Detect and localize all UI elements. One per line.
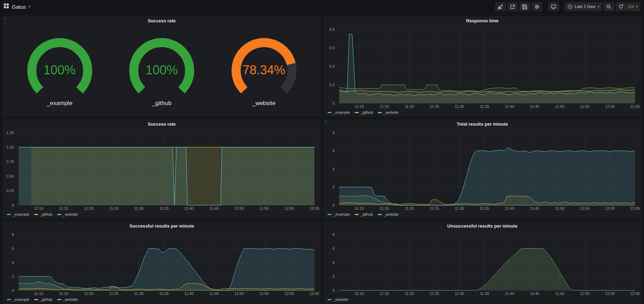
legend-item-github[interactable]: _github <box>355 212 373 216</box>
time-range-picker[interactable]: Last 1 hour ▾ <box>565 2 602 11</box>
svg-text:0.8: 0.8 <box>329 27 335 31</box>
monitor-icon <box>551 4 556 9</box>
svg-text:11:50: 11:50 <box>555 291 564 296</box>
svg-text:6: 6 <box>332 246 335 251</box>
legend-item-example[interactable]: _example <box>328 110 350 114</box>
legend-item-website[interactable]: _website <box>378 212 398 216</box>
svg-text:11:40: 11:40 <box>505 291 514 296</box>
panel-header[interactable]: Response time <box>323 16 641 25</box>
legend-label: _github <box>40 212 52 216</box>
refresh-caret-icon: ▾ <box>636 5 638 8</box>
refresh-button[interactable]: 1m ▾ <box>616 2 641 11</box>
panel-title: Total results per minute <box>457 121 508 127</box>
legend-item-website[interactable]: _website <box>328 297 348 302</box>
legend-item-github[interactable]: _github <box>355 110 373 114</box>
legend-label: _github <box>360 212 373 216</box>
svg-text:11:30: 11:30 <box>455 206 464 210</box>
chart-legend: _example_github_website <box>3 212 321 218</box>
svg-text:4: 4 <box>12 260 14 265</box>
svg-text:11:15: 11:15 <box>59 206 68 210</box>
svg-text:6: 6 <box>12 246 14 251</box>
panel-header[interactable]: Success rate <box>3 119 321 128</box>
settings-button[interactable] <box>532 2 542 11</box>
legend-item-example[interactable]: _example <box>7 212 29 216</box>
save-button[interactable] <box>519 2 530 11</box>
svg-text:12:00: 12:00 <box>284 206 294 210</box>
svg-text:0: 0 <box>332 101 335 105</box>
svg-text:11:15: 11:15 <box>59 291 68 296</box>
svg-text:11:25: 11:25 <box>430 291 439 296</box>
svg-text:12:05: 12:05 <box>630 104 640 109</box>
panel-title: Success rate <box>148 121 176 127</box>
panel-header[interactable]: Success rate <box>3 16 321 25</box>
svg-text:0: 0 <box>12 203 14 207</box>
legend-item-website[interactable]: _website <box>57 297 78 302</box>
svg-text:12:00: 12:00 <box>605 206 615 210</box>
legend-swatch <box>328 299 331 300</box>
dashboard-title[interactable]: Gatus <box>12 4 26 10</box>
panel-response-time: Response time 11:1011:1511:2011:2511:301… <box>323 16 641 117</box>
svg-text:12:00: 12:00 <box>605 104 615 109</box>
legend-label: _website <box>383 110 398 114</box>
tv-mode-button[interactable] <box>548 2 559 11</box>
legend-label: _github <box>360 110 373 114</box>
panel-info-icon[interactable]: i <box>325 120 326 124</box>
legend-item-website[interactable]: _website <box>378 110 398 114</box>
svg-text:11:20: 11:20 <box>84 206 94 210</box>
legend-swatch <box>34 299 38 300</box>
svg-text:6: 6 <box>332 149 335 153</box>
svg-text:11:35: 11:35 <box>480 206 489 210</box>
svg-text:11:10: 11:10 <box>354 104 364 109</box>
gauges-row: 100% _example 100% _github 78.34% _websi… <box>3 25 321 117</box>
svg-text:0.4: 0.4 <box>329 64 335 68</box>
svg-text:11:30: 11:30 <box>455 104 464 109</box>
panel-title: Response time <box>466 18 498 23</box>
svg-text:11:35: 11:35 <box>480 291 489 296</box>
add-panel-button[interactable] <box>495 2 506 11</box>
gauge-value: 78.34% <box>219 63 309 77</box>
panel-header[interactable]: Total results per minute <box>323 119 641 128</box>
legend-item-github[interactable]: _github <box>34 212 52 216</box>
svg-text:0: 0 <box>332 203 335 207</box>
share-icon <box>510 4 515 9</box>
zoom-out-icon <box>606 4 612 9</box>
svg-text:11:35: 11:35 <box>480 104 489 109</box>
dashboard-grid: i Success rate 100% _example 100% _githu… <box>0 13 644 304</box>
svg-text:0.6: 0.6 <box>329 46 335 50</box>
chart-unsuccessful-results: 11:1011:1511:2011:2511:3011:3511:4011:45… <box>323 230 641 297</box>
legend-item-website[interactable]: _website <box>57 212 78 216</box>
svg-text:11:40: 11:40 <box>505 104 514 109</box>
dashboards-grid-icon[interactable] <box>3 3 9 10</box>
legend-item-example[interactable]: _example <box>328 212 350 216</box>
svg-text:2: 2 <box>332 274 335 279</box>
legend-swatch <box>328 112 331 113</box>
dashboard-caret-icon[interactable]: ▾ <box>29 5 30 8</box>
panel-header[interactable]: Unsuccessful results per minute <box>323 221 641 230</box>
svg-text:11:50: 11:50 <box>234 206 244 210</box>
legend-swatch <box>7 299 11 300</box>
svg-text:11:40: 11:40 <box>505 206 514 210</box>
panel-header[interactable]: Successful results per minute <box>3 221 321 230</box>
gauge-label: _website <box>219 100 309 107</box>
legend-item-github[interactable]: _github <box>34 297 52 302</box>
legend-label: _example <box>13 212 29 216</box>
svg-text:4: 4 <box>332 167 335 171</box>
panel-title: Success rate <box>148 18 176 23</box>
svg-text:11:45: 11:45 <box>210 206 219 210</box>
svg-text:0.25: 0.25 <box>7 188 14 193</box>
svg-text:11:25: 11:25 <box>430 104 439 109</box>
share-button[interactable] <box>507 2 518 11</box>
gauge-example: 100% _example <box>14 35 105 107</box>
refresh-icon <box>619 4 623 9</box>
gauge-value: 100% <box>14 63 105 77</box>
panel-info-icon[interactable]: i <box>5 16 6 21</box>
svg-text:11:25: 11:25 <box>109 291 119 296</box>
svg-text:11:40: 11:40 <box>184 291 194 296</box>
legend-item-example[interactable]: _example <box>7 297 29 302</box>
svg-text:1.25: 1.25 <box>7 131 14 135</box>
zoom-out-button[interactable] <box>603 2 614 11</box>
legend-label: _example <box>333 110 350 114</box>
svg-text:4: 4 <box>332 260 335 265</box>
panel-successful-results: Successful results per minute 11:1011:15… <box>3 221 321 304</box>
svg-text:11:35: 11:35 <box>159 206 169 210</box>
